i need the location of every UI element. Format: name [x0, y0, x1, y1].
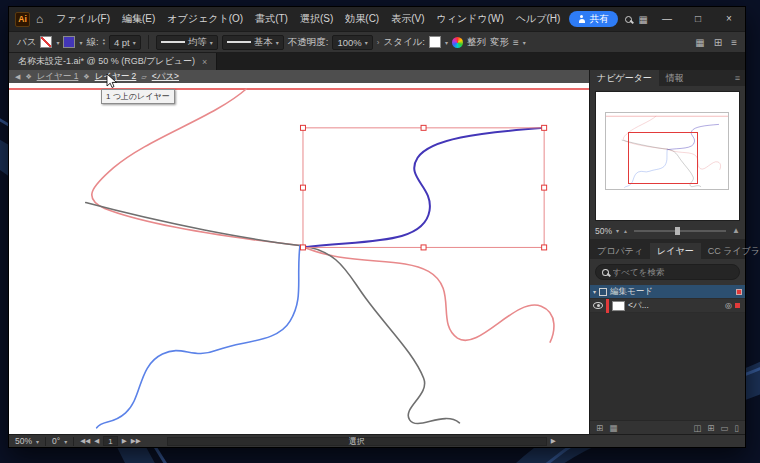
navigator-zoom-caret-icon[interactable]: ▾ — [616, 227, 619, 234]
home-icon[interactable]: ⌂ — [34, 12, 50, 26]
maximize-button[interactable]: □ — [686, 7, 710, 31]
stroke-caret-icon[interactable]: ▾ — [79, 39, 82, 46]
selection-handle[interactable] — [542, 185, 547, 190]
stroke-stepper-icon[interactable]: ▴▾ — [103, 38, 105, 47]
new-layer-icon[interactable]: ▭ — [720, 423, 728, 433]
brush-line-icon — [227, 41, 251, 43]
list-options-icon[interactable]: ≡ — [731, 37, 737, 48]
delete-layer-icon[interactable]: ▯ — [734, 423, 739, 433]
status-tool-label: 選択 — [349, 436, 365, 447]
stroke-width-caret-icon[interactable]: ▾ — [133, 39, 136, 46]
close-button[interactable]: × — [717, 7, 741, 31]
panel-options-caret-icon[interactable]: ▾ — [523, 39, 526, 46]
chevron-down-icon[interactable]: ▾ — [593, 288, 596, 295]
new-sublayer-icon[interactable]: ⊞ — [707, 423, 714, 433]
prev-artboard-icon[interactable]: ◀ — [94, 437, 99, 445]
target-circle-icon[interactable]: ◎ — [725, 301, 732, 310]
tab-layers[interactable]: レイヤー — [650, 243, 701, 259]
navigator-zoom-value[interactable]: 50% — [595, 226, 612, 236]
menu-window[interactable]: ウィンドウ(W) — [431, 7, 510, 31]
opacity-more-icon[interactable]: › — [377, 38, 380, 47]
selection-handle[interactable] — [542, 245, 547, 250]
stroke-swatch[interactable] — [63, 36, 75, 48]
menu-help[interactable]: ヘルプ(H) — [510, 7, 567, 31]
navigator-panel: 50% ▾ ▲ ▲ — [590, 86, 745, 239]
context-label: パス — [17, 36, 36, 49]
selection-handle[interactable] — [300, 245, 305, 250]
selection-handle[interactable] — [421, 125, 426, 130]
tab-close-icon[interactable]: × — [202, 57, 207, 67]
artboard-number-field[interactable]: 1 — [103, 436, 117, 446]
menu-effect[interactable]: 効果(C) — [339, 7, 385, 31]
canvas-artwork[interactable] — [9, 83, 589, 434]
tab-properties[interactable]: プロパティ — [590, 243, 650, 259]
minimize-button[interactable]: — — [655, 7, 679, 31]
zoom-in-icon[interactable]: ▲ — [732, 226, 740, 235]
tab-info[interactable]: 情報 — [659, 70, 691, 86]
brush-value: 基本 — [254, 36, 273, 49]
grid-options-icon[interactable]: ⊞ — [714, 37, 722, 48]
make-mask-icon[interactable]: ◫ — [693, 423, 701, 433]
search-icon[interactable] — [625, 14, 632, 25]
fill-caret-icon[interactable]: ▾ — [56, 39, 59, 46]
navigator-view-rectangle[interactable] — [628, 132, 698, 184]
collect-export-icon[interactable]: ⊞ — [596, 423, 603, 433]
zoom-slider[interactable] — [634, 230, 726, 232]
recolor-artwork-icon[interactable] — [452, 37, 463, 48]
next-artboard-icon[interactable]: ▶ — [122, 437, 127, 445]
layers-search-field[interactable] — [595, 264, 740, 280]
menu-view[interactable]: 表示(V) — [385, 7, 430, 31]
flatten-icon[interactable]: ▦ — [609, 423, 617, 433]
breadcrumb-path[interactable]: <パス> — [152, 71, 179, 83]
status-expand-icon[interactable]: ▶ — [551, 437, 556, 445]
selection-handle[interactable] — [421, 245, 426, 250]
opacity-field[interactable]: 100%▾ — [332, 35, 372, 50]
selection-handle[interactable] — [300, 125, 305, 130]
menu-edit[interactable]: 編集(E) — [116, 7, 161, 31]
status-rotation-value[interactable]: 0° — [52, 436, 60, 446]
arrange-documents-icon[interactable]: ▦ — [695, 37, 704, 48]
document-tab[interactable]: 名称未設定-1.ai* @ 50 % (RGB/プレビュー) × — [9, 53, 217, 70]
style-swatch[interactable] — [429, 36, 441, 48]
panel-menu-icon[interactable]: ≡ — [730, 70, 745, 86]
share-button[interactable]: 共有 — [569, 11, 618, 27]
canvas[interactable] — [9, 83, 589, 434]
stroke-width-field[interactable]: 4 pt▾ — [109, 35, 141, 50]
menu-object[interactable]: オブジェクト(O) — [161, 7, 249, 31]
selected-art-indicator[interactable] — [735, 303, 740, 308]
selection-handle[interactable] — [542, 125, 547, 130]
status-rotation-caret-icon[interactable]: ▾ — [64, 438, 67, 445]
fill-swatch[interactable] — [40, 36, 52, 48]
transform-button[interactable]: 変形 — [490, 36, 509, 49]
zoom-out-icon[interactable]: ▲ — [623, 228, 628, 234]
workspace-grid-icon[interactable]: ▦ — [639, 14, 648, 25]
tab-cc-libraries[interactable]: CC ライブラリ — [701, 243, 760, 259]
menu-type[interactable]: 書式(T) — [249, 7, 294, 31]
menu-select[interactable]: 選択(S) — [294, 7, 339, 31]
style-caret-icon[interactable]: ▾ — [445, 39, 448, 46]
visibility-eye-icon[interactable] — [593, 302, 603, 309]
search-icon — [602, 269, 609, 276]
panels-tab-bar: プロパティ レイヤー CC ライブラリ — [590, 243, 745, 259]
search-input[interactable] — [613, 267, 733, 277]
last-artboard-icon[interactable]: ▶▶ — [131, 437, 141, 445]
layer-thumbnail[interactable] — [612, 301, 625, 311]
navigator-thumbnail[interactable] — [595, 91, 740, 221]
selection-handle[interactable] — [300, 185, 305, 190]
breadcrumb-layer1[interactable]: レイヤー 1 — [37, 71, 79, 83]
panel-options-icon[interactable]: ≡ — [513, 37, 519, 48]
brush-dropdown[interactable]: 基本▾ — [222, 35, 284, 50]
width-profile-dropdown[interactable]: 均等▾ — [156, 35, 218, 50]
illustrator-window: Ai ⌂ ファイル(F) 編集(E) オブジェクト(O) 書式(T) 選択(S)… — [8, 6, 746, 448]
menu-file[interactable]: ファイル(F) — [50, 7, 116, 31]
layers-row-path[interactable]: <パ... ◎ — [590, 299, 745, 313]
back-arrow-icon[interactable]: ◀ — [15, 73, 20, 81]
status-zoom-caret-icon[interactable]: ▾ — [36, 438, 39, 445]
align-button[interactable]: 整列 — [467, 36, 486, 49]
layers-row-edit-mode[interactable]: ▾ 編集モード — [590, 285, 745, 299]
status-zoom-value[interactable]: 50% — [15, 436, 32, 446]
tab-navigator[interactable]: ナビゲーター — [590, 70, 659, 86]
zoom-slider-thumb[interactable] — [675, 227, 680, 235]
first-artboard-icon[interactable]: ◀◀ — [80, 437, 90, 445]
app-logo-icon[interactable]: Ai — [15, 12, 30, 27]
